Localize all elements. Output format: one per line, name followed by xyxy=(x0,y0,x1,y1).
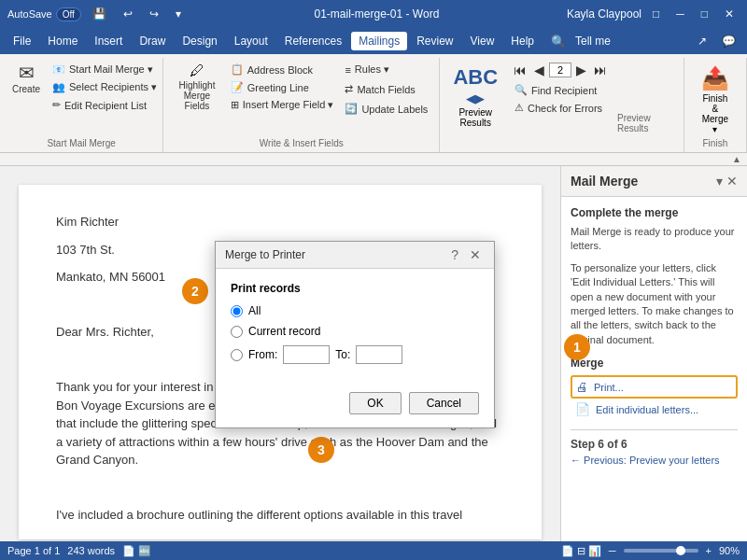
menu-home[interactable]: Home xyxy=(40,32,85,50)
status-right: 📄 ⊟ 📊 ─ + 90% xyxy=(561,545,740,557)
find-recipient-button[interactable]: 🔍 Find Recipient xyxy=(511,82,610,98)
insert-merge-field-icon: ⊞ xyxy=(231,99,239,111)
check-for-errors-button[interactable]: ⚠ Check for Errors xyxy=(511,100,610,116)
dialog-title: Merge to Printer xyxy=(225,248,305,261)
radio-all-option: All xyxy=(231,304,479,317)
update-labels-button[interactable]: 🔄 Update Labels xyxy=(341,101,431,117)
greeting-line-button[interactable]: 📝 Greeting Line xyxy=(227,79,338,95)
prev-step-link[interactable]: ← Previous: Preview your letters xyxy=(571,455,738,466)
menu-tell-me[interactable]: Tell me xyxy=(568,32,618,50)
step-area: Step 6 of 6 ← Previous: Preview your let… xyxy=(571,429,738,466)
to-input[interactable] xyxy=(356,345,402,364)
menu-references[interactable]: References xyxy=(277,32,349,50)
finish-merge-button[interactable]: 📤 Finish &Merge ▾ xyxy=(692,62,739,138)
address-block-icon: 📋 xyxy=(231,63,244,76)
print-icon: 🖨 xyxy=(576,380,588,394)
document-title: 01-mail-merge-01 - Word xyxy=(314,7,439,21)
from-input[interactable] xyxy=(283,345,330,364)
radio-from-label: From: xyxy=(248,348,277,361)
insert-fields-column: 📋 Address Block 📝 Greeting Line ⊞ Insert… xyxy=(227,62,338,113)
highlight-icon: 🖊 xyxy=(190,63,204,78)
first-record-button[interactable]: ⏮ xyxy=(511,62,529,78)
dialog-controls: ? ✕ xyxy=(447,247,485,262)
menu-mailings[interactable]: Mailings xyxy=(351,32,407,50)
last-record-button[interactable]: ⏭ xyxy=(591,62,610,78)
main-area: Kim Richter 103 7th St. Mankato, MN 5600… xyxy=(0,166,747,558)
prev-record-button[interactable]: ◀ xyxy=(531,62,547,78)
doc-line-1: Kim Richter xyxy=(56,213,504,231)
address-block-button[interactable]: 📋 Address Block xyxy=(227,62,338,77)
rules-button[interactable]: ≡ Rules ▾ xyxy=(341,62,431,77)
radio-from-input[interactable] xyxy=(231,349,243,361)
menu-file[interactable]: File xyxy=(6,32,38,50)
menu-help[interactable]: Help xyxy=(503,32,542,50)
menu-layout[interactable]: Layout xyxy=(227,32,275,50)
collapse-ribbon-button[interactable]: ▲ xyxy=(732,154,741,164)
menu-bar: File Home Insert Draw Design Layout Refe… xyxy=(0,28,747,54)
ribbon-group-preview-results: ABC ◀▶ PreviewResults ⏮ ◀ ▶ ⏭ 🔍 Find Rec… xyxy=(440,58,684,152)
zoom-thumb[interactable] xyxy=(676,546,685,555)
step-number: Step 6 of 6 xyxy=(571,438,738,451)
to-label: To: xyxy=(335,348,350,361)
check-errors-icon: ⚠ xyxy=(514,102,524,114)
radio-current-label: Current record xyxy=(248,325,320,338)
radio-current-input[interactable] xyxy=(231,326,243,338)
zoom-plus[interactable]: + xyxy=(706,545,712,556)
personalize-desc: To personalize your letters, click 'Edit… xyxy=(571,261,738,347)
write-insert-group-label: Write & Insert Fields xyxy=(171,134,431,148)
create-icon: ✉ xyxy=(19,63,35,82)
record-number-input[interactable] xyxy=(549,63,571,77)
match-fields-button[interactable]: ⇄ Match Fields xyxy=(341,81,431,97)
close-window-button[interactable]: ✕ xyxy=(719,6,740,22)
redo-button[interactable]: ↪ xyxy=(144,6,164,22)
save-button[interactable]: 💾 xyxy=(87,6,112,22)
panel-content: Complete the merge Mail Merge is ready t… xyxy=(561,197,747,558)
cancel-button[interactable]: Cancel xyxy=(409,392,479,414)
menu-design[interactable]: Design xyxy=(175,32,224,50)
insert-merge-field-button[interactable]: ⊞ Insert Merge Field ▾ xyxy=(227,97,338,113)
zoom-slider[interactable] xyxy=(624,549,698,553)
minimize-button[interactable]: ─ xyxy=(670,6,690,22)
edit-recipient-label: Edit Recipient List xyxy=(64,100,147,111)
create-button[interactable]: ✉ Create xyxy=(7,62,45,96)
share-button[interactable]: ↗ xyxy=(692,33,712,49)
undo-button[interactable]: ↩ xyxy=(118,6,138,22)
rules-icon: ≡ xyxy=(345,64,350,76)
maximize-button[interactable]: □ xyxy=(696,6,713,22)
highlight-merge-fields-button[interactable]: 🖊 HighlightMerge Fields xyxy=(171,62,223,113)
status-left: Page 1 of 1 243 words 📄 🔤 xyxy=(7,545,151,557)
find-recipient-icon: 🔍 xyxy=(514,84,528,96)
abc-icon: ABC xyxy=(453,65,498,90)
user-name: Kayla Claypool xyxy=(567,7,641,21)
autosave-toggle[interactable]: Off xyxy=(56,7,81,21)
ok-button[interactable]: OK xyxy=(349,392,401,414)
edit-individual-link[interactable]: 📄 Edit individual letters... xyxy=(571,399,738,420)
check-errors-label: Check for Errors xyxy=(528,103,602,114)
dialog-close-button[interactable]: ✕ xyxy=(466,247,485,262)
preview-results-group-label: Preview Results xyxy=(617,113,676,148)
panel-close-button[interactable]: ✕ xyxy=(726,174,738,189)
menu-insert[interactable]: Insert xyxy=(87,32,130,50)
callout-badge-1: 1 xyxy=(564,334,590,360)
dialog-help-button[interactable]: ? xyxy=(447,247,462,262)
customize-button[interactable]: ▾ xyxy=(170,6,187,22)
edit-recipient-icon: ✏ xyxy=(52,99,61,111)
ribbon-group-write-insert-content: 🖊 HighlightMerge Fields 📋 Address Block … xyxy=(171,62,431,134)
next-record-button[interactable]: ▶ xyxy=(573,62,589,78)
word-count: 243 words xyxy=(67,545,115,556)
start-mail-merge-button[interactable]: 📧 Start Mail Merge ▾ xyxy=(49,62,161,77)
menu-review[interactable]: Review xyxy=(409,32,460,50)
menu-view[interactable]: View xyxy=(463,32,502,50)
ribbon-display-button[interactable]: □ xyxy=(647,6,665,22)
select-recipients-button[interactable]: 👥 Select Recipients ▾ xyxy=(49,79,161,95)
radio-all-input[interactable] xyxy=(231,305,243,317)
print-link[interactable]: 🖨 Print... xyxy=(571,375,738,399)
panel-dropdown-button[interactable]: ▾ xyxy=(716,174,723,189)
status-bar: Page 1 of 1 243 words 📄 🔤 📄 ⊟ 📊 ─ + 90% xyxy=(0,541,747,560)
complete-merge-title: Complete the merge xyxy=(571,206,738,219)
comments-button[interactable]: 💬 xyxy=(716,33,741,49)
menu-draw[interactable]: Draw xyxy=(132,32,173,50)
zoom-minus[interactable]: ─ xyxy=(609,545,616,556)
preview-results-button[interactable]: ABC ◀▶ PreviewResults xyxy=(447,62,503,132)
edit-recipient-list-button[interactable]: ✏ Edit Recipient List xyxy=(49,97,161,113)
